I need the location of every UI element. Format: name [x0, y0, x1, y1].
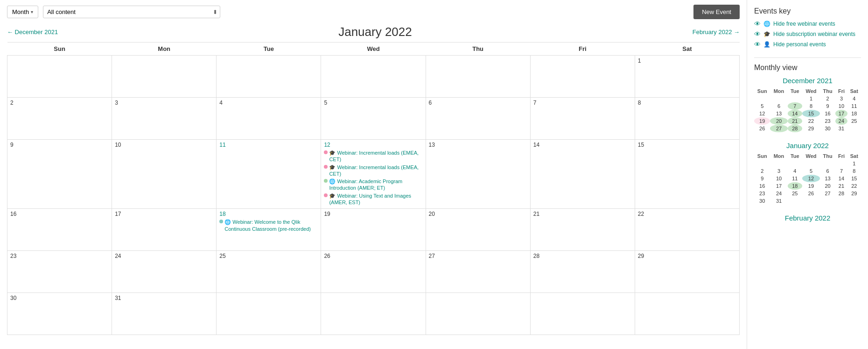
- mini-calendar-day[interactable]: 22: [847, 182, 861, 190]
- calendar-day-cell[interactable]: 21: [530, 209, 635, 251]
- mini-calendar-day[interactable]: 29: [847, 190, 861, 197]
- calendar-day-cell[interactable]: 5: [321, 98, 426, 140]
- mini-calendar-day[interactable]: 27: [820, 190, 836, 197]
- mini-calendar-day[interactable]: 15: [847, 175, 861, 182]
- mini-calendar-day[interactable]: 20: [820, 182, 836, 190]
- calendar-day-cell[interactable]: 29: [635, 251, 739, 293]
- mini-calendar-day[interactable]: 9: [754, 175, 770, 182]
- calendar-day-cell[interactable]: [321, 293, 426, 335]
- calendar-day-cell[interactable]: 1: [635, 56, 739, 98]
- calendar-day-cell[interactable]: 19: [321, 209, 426, 251]
- mini-calendar-day[interactable]: 21: [835, 182, 847, 190]
- calendar-day-cell[interactable]: [426, 293, 530, 335]
- content-filter-select[interactable]: All content: [43, 6, 220, 18]
- calendar-day-cell[interactable]: 2: [7, 98, 112, 140]
- mini-calendar-day[interactable]: 10: [770, 175, 787, 182]
- mini-calendar-day[interactable]: 23: [820, 117, 836, 125]
- mini-calendar-day[interactable]: 28: [835, 190, 847, 197]
- calendar-day-cell[interactable]: 26: [321, 251, 426, 293]
- events-key-item[interactable]: 👁 🌐 Hide free webinar events: [754, 20, 861, 28]
- mini-calendar-day[interactable]: 5: [754, 102, 770, 110]
- calendar-day-cell[interactable]: 8: [635, 98, 739, 140]
- month-view-button[interactable]: Month ▾: [7, 6, 38, 18]
- calendar-day-cell[interactable]: 24: [112, 251, 217, 293]
- mini-calendar-day[interactable]: 13: [770, 110, 787, 117]
- calendar-day-cell[interactable]: 22: [635, 209, 739, 251]
- events-key-item[interactable]: 👁 👤 Hide personal events: [754, 41, 861, 48]
- calendar-day-cell[interactable]: 14: [530, 140, 635, 209]
- mini-calendar-day[interactable]: 28: [788, 125, 803, 132]
- next-month-link[interactable]: February 2022 →: [693, 28, 740, 36]
- calendar-day-cell[interactable]: 27: [426, 251, 530, 293]
- mini-calendar-day[interactable]: 3: [835, 95, 847, 102]
- mini-calendar-day[interactable]: 23: [754, 190, 770, 197]
- mini-calendar-day[interactable]: 15: [802, 110, 820, 117]
- calendar-event[interactable]: 🌐 Webinar: Academic Program Introduction…: [324, 178, 422, 192]
- mini-calendar-day[interactable]: 16: [820, 110, 836, 117]
- calendar-day-cell[interactable]: 9: [7, 140, 112, 209]
- calendar-day-cell[interactable]: 30: [7, 293, 112, 335]
- calendar-day-cell[interactable]: [217, 56, 321, 98]
- mini-calendar-day[interactable]: 7: [788, 102, 803, 110]
- events-key-item[interactable]: 👁 🎓 Hide subscription webinar events: [754, 30, 861, 38]
- mini-calendar-day[interactable]: 10: [835, 102, 847, 110]
- calendar-day-cell[interactable]: [426, 56, 530, 98]
- calendar-day-cell[interactable]: 28: [530, 251, 635, 293]
- calendar-day-cell[interactable]: 25: [217, 251, 321, 293]
- mini-calendar-day[interactable]: 21: [788, 117, 803, 125]
- mini-calendar-day[interactable]: 5: [802, 167, 820, 175]
- mini-calendar-day[interactable]: 4: [788, 167, 803, 175]
- calendar-day-cell[interactable]: [530, 293, 635, 335]
- new-event-button[interactable]: New Event: [693, 5, 740, 19]
- mini-calendar-day[interactable]: 25: [788, 190, 803, 197]
- calendar-day-cell[interactable]: [635, 293, 739, 335]
- mini-calendar-day[interactable]: 1: [802, 95, 820, 102]
- mini-calendar-day[interactable]: 6: [820, 167, 836, 175]
- mini-calendar-day[interactable]: 30: [820, 125, 836, 132]
- mini-calendar-day[interactable]: 24: [835, 117, 847, 125]
- event-label[interactable]: 🌐 Webinar: Welcome to the Qlik Continuou…: [224, 219, 318, 232]
- mini-calendar-day[interactable]: 29: [802, 125, 820, 132]
- event-label[interactable]: 🎓 Webinar: Incremental loads (EMEA, CET): [329, 150, 422, 163]
- mini-calendar-day[interactable]: 18: [847, 110, 861, 117]
- calendar-event[interactable]: 🌐 Webinar: Welcome to the Qlik Continuou…: [219, 219, 318, 232]
- calendar-day-cell[interactable]: [530, 56, 635, 98]
- mini-calendar-day[interactable]: 8: [802, 102, 820, 110]
- mini-calendar-day[interactable]: 14: [788, 110, 803, 117]
- mini-calendar-day[interactable]: 26: [802, 190, 820, 197]
- calendar-day-cell[interactable]: 11: [217, 140, 321, 209]
- mini-calendar-day[interactable]: 1: [847, 160, 861, 167]
- mini-calendar-day[interactable]: 6: [770, 102, 787, 110]
- calendar-day-cell[interactable]: 3: [112, 98, 217, 140]
- mini-calendar-day[interactable]: 22: [802, 117, 820, 125]
- prev-month-link[interactable]: ← December 2021: [7, 28, 58, 36]
- mini-calendar-day[interactable]: 19: [754, 117, 770, 125]
- calendar-day-cell[interactable]: 6: [426, 98, 530, 140]
- calendar-day-cell[interactable]: 23: [7, 251, 112, 293]
- calendar-day-cell[interactable]: 12🎓 Webinar: Incremental loads (EMEA, CE…: [321, 140, 426, 209]
- mini-calendar-day[interactable]: 11: [788, 175, 803, 182]
- event-label[interactable]: 🎓 Webinar: Using Text and Images (AMER, …: [329, 192, 422, 206]
- mini-calendar-day[interactable]: 9: [820, 102, 836, 110]
- mini-calendar-day[interactable]: 12: [802, 175, 820, 182]
- calendar-day-cell[interactable]: [112, 56, 217, 98]
- calendar-day-cell[interactable]: [217, 293, 321, 335]
- mini-calendar-day[interactable]: 12: [754, 110, 770, 117]
- mini-calendar-day[interactable]: 7: [835, 167, 847, 175]
- event-label[interactable]: 🌐 Webinar: Academic Program Introduction…: [329, 178, 422, 192]
- mini-calendar-day[interactable]: 25: [847, 117, 861, 125]
- event-label[interactable]: 🎓 Webinar: Incremental loads (EMEA, CET): [329, 164, 422, 178]
- mini-calendar-day[interactable]: 11: [847, 102, 861, 110]
- mini-calendar-day[interactable]: 17: [835, 110, 847, 117]
- calendar-day-cell[interactable]: 10: [112, 140, 217, 209]
- mini-calendar-day[interactable]: 4: [847, 95, 861, 102]
- mini-calendar-day[interactable]: 2: [820, 95, 836, 102]
- calendar-day-cell[interactable]: 16: [7, 209, 112, 251]
- mini-calendar-day[interactable]: 27: [770, 125, 787, 132]
- mini-calendar-day[interactable]: 8: [847, 167, 861, 175]
- mini-calendar-day[interactable]: 3: [770, 167, 787, 175]
- calendar-day-cell[interactable]: 18🌐 Webinar: Welcome to the Qlik Continu…: [217, 209, 321, 251]
- mini-calendar-day[interactable]: 30: [754, 197, 770, 205]
- mini-calendar-day[interactable]: 31: [835, 125, 847, 132]
- calendar-day-cell[interactable]: 17: [112, 209, 217, 251]
